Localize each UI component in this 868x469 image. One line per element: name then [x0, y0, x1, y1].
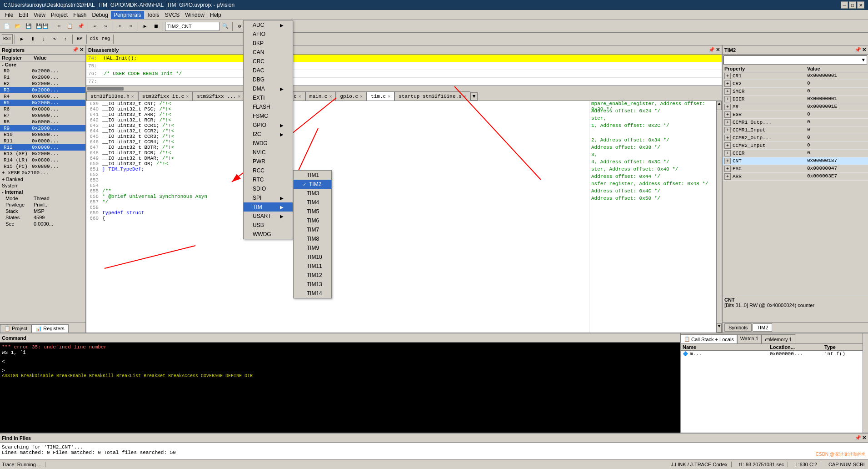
reg-r9[interactable]: R90x2000...: [0, 125, 85, 131]
tim-tim13[interactable]: TIM13: [294, 280, 331, 289]
tab-memory1[interactable]: 🗃 Memory 1: [762, 334, 795, 343]
ccmr1in-expand[interactable]: +: [724, 127, 731, 133]
save-btn[interactable]: 💾: [24, 21, 34, 31]
egr-expand[interactable]: +: [724, 111, 731, 118]
disassembly-close-icon[interactable]: ✕: [716, 47, 720, 53]
dier-expand[interactable]: +: [724, 96, 731, 102]
tim2-row-ccmr2out[interactable]: + CCMR2_Outp... 0: [723, 134, 868, 142]
menu-bkp[interactable]: BKP: [244, 39, 293, 48]
dis-hscrollbar[interactable]: [86, 86, 722, 91]
tab-watch1[interactable]: Watch 1: [737, 334, 762, 343]
menu-tim[interactable]: TIM ▶: [244, 202, 293, 212]
cnt-expand[interactable]: +: [724, 158, 731, 164]
reg-r15[interactable]: R15 (PC)0x0800...: [0, 163, 85, 170]
ccmr2in-expand[interactable]: +: [724, 142, 731, 149]
menu-help[interactable]: Help: [207, 11, 224, 19]
tim-tim2[interactable]: ✓TIM2: [294, 180, 331, 189]
reg-r13[interactable]: R13 (SP)0x2000...: [0, 151, 85, 157]
tim2-row-egr[interactable]: + EGR 0: [723, 111, 868, 119]
step-btn[interactable]: ↓: [39, 34, 49, 44]
menu-dac[interactable]: DAC: [244, 66, 293, 75]
tim-tim9[interactable]: TIM9: [294, 243, 331, 252]
menu-edit[interactable]: Edit: [16, 11, 31, 19]
menu-pwr[interactable]: PWR: [244, 157, 293, 166]
menu-wwdg[interactable]: WWDG: [244, 230, 293, 239]
reg-r14[interactable]: R14 (LR)0x0800...: [0, 157, 85, 163]
tim-tim5[interactable]: TIM5: [294, 207, 331, 216]
find-close-icon[interactable]: ✕: [862, 435, 866, 441]
ccer-expand[interactable]: +: [724, 150, 731, 156]
tab-tim2-active[interactable]: TIM2: [753, 323, 772, 332]
undo-btn[interactable]: ↩: [90, 21, 100, 31]
nav-fwd-btn[interactable]: ➡: [126, 21, 136, 31]
stop-btn[interactable]: ⏹: [151, 21, 161, 31]
step-over-btn[interactable]: ↷: [50, 34, 60, 44]
menu-fsmc[interactable]: FSMC: [244, 111, 293, 121]
tim-tim12[interactable]: TIM12: [294, 271, 331, 280]
find-pin[interactable]: 📌: [855, 435, 861, 441]
tim-tim14[interactable]: TIM14: [294, 289, 331, 298]
redo-btn[interactable]: ↪: [101, 21, 111, 31]
right-scrollbar[interactable]: [863, 333, 868, 433]
arr-expand[interactable]: +: [724, 173, 731, 180]
tab-tim[interactable]: tim.c✕: [367, 91, 394, 101]
menu-peripherals[interactable]: Peripherals: [111, 11, 144, 19]
tim2-pin[interactable]: 📌: [855, 47, 861, 53]
open-btn[interactable]: 📂: [13, 21, 23, 31]
menu-usb[interactable]: USB: [244, 221, 293, 230]
smcr-expand[interactable]: +: [724, 88, 731, 95]
reg-btn[interactable]: reg: [100, 34, 111, 44]
tab-callstack[interactable]: 📋 Call Stack + Locals: [681, 334, 737, 343]
menu-rtc[interactable]: RTC: [244, 175, 293, 184]
tab-stm32f1xx-2[interactable]: stm32f1xx_...✕: [193, 91, 244, 101]
tim-tim10[interactable]: TIM10: [294, 252, 331, 262]
menu-sdio[interactable]: SDIO: [244, 184, 293, 193]
disasm-btn[interactable]: dis: [89, 34, 100, 44]
tim2-row-smcr[interactable]: + SMCR 0: [723, 88, 868, 96]
tim2-row-cnt[interactable]: + CNT 0x00000187: [723, 157, 868, 165]
tab-registers[interactable]: 📊 Registers: [31, 324, 69, 333]
cut-btn[interactable]: ✂: [54, 21, 64, 31]
dis-vscrollbar[interactable]: ▲ ▼: [716, 101, 722, 333]
reg-r10[interactable]: R100x0800...: [0, 131, 85, 138]
reg-system[interactable]: System: [0, 182, 85, 189]
menu-dbg[interactable]: DBG: [244, 75, 293, 84]
tim2-row-ccer[interactable]: + CCER 0: [723, 150, 868, 157]
tim-tim4[interactable]: TIM4: [294, 198, 331, 207]
menu-tools[interactable]: Tools: [144, 11, 162, 19]
tim-tim6[interactable]: TIM6: [294, 216, 331, 225]
reg-r3[interactable]: R30x2000...: [0, 87, 85, 93]
copy-btn[interactable]: 📋: [65, 21, 75, 31]
menu-usart[interactable]: USART ▶: [244, 212, 293, 221]
search-btn[interactable]: 🔍: [220, 21, 230, 31]
tab-startup[interactable]: startup_stm32f103xe.s✕: [394, 91, 470, 101]
stop2-btn[interactable]: ⏸: [28, 34, 38, 44]
reg-r1[interactable]: R10x2000...: [0, 74, 85, 81]
reg-r4[interactable]: R40x0000...: [0, 93, 85, 100]
menu-gpio[interactable]: GPIO ▶: [244, 121, 293, 130]
reg-banked[interactable]: + Banked: [0, 176, 85, 182]
reg-r11[interactable]: R110x0000...: [0, 138, 85, 144]
cr1-expand[interactable]: +: [724, 73, 731, 79]
minimize-button[interactable]: ─: [841, 1, 848, 9]
reg-xpsr[interactable]: + xPSR0x2100...: [0, 170, 85, 176]
menu-svcs[interactable]: SVCS: [162, 11, 183, 19]
reg-r0[interactable]: R00x2000...: [0, 68, 85, 74]
run-btn[interactable]: ▶: [17, 34, 27, 44]
tim2-dropdown-arrow[interactable]: ▼: [860, 57, 867, 63]
menu-rcc[interactable]: RCC: [244, 166, 293, 175]
reg-r2[interactable]: R20x2000...: [0, 81, 85, 87]
tim2-row-ccmr2in[interactable]: + CCMR2_Input 0: [723, 142, 868, 150]
maximize-button[interactable]: □: [849, 1, 856, 9]
ccmr1out-expand[interactable]: +: [724, 119, 731, 126]
bp-btn[interactable]: BP: [75, 34, 85, 44]
menu-project[interactable]: Project: [48, 11, 70, 19]
menu-exti[interactable]: EXTI: [244, 93, 293, 102]
menu-i2c[interactable]: I2C ▶: [244, 130, 293, 139]
tab-symbols[interactable]: Symbols: [724, 323, 752, 332]
command-output[interactable]: *** error 35: undefined line number WS 1…: [0, 343, 680, 433]
code-scroll-area[interactable]: 639 __IO uint32_t CNT; /*!< 640 __IO uin…: [86, 101, 589, 333]
menu-spi[interactable]: SPI ▶: [244, 193, 293, 202]
sr-expand[interactable]: +: [724, 104, 731, 110]
psc-expand[interactable]: +: [724, 166, 731, 172]
